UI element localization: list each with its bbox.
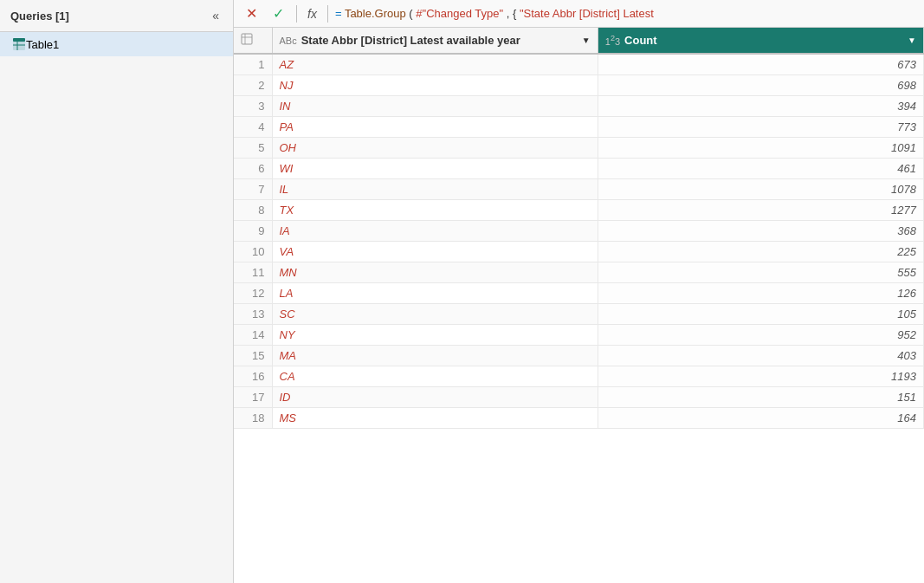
- state-cell: MS: [272, 408, 598, 429]
- row-number: 7: [234, 179, 272, 200]
- table-row: 1AZ673: [234, 54, 924, 75]
- state-cell: TX: [272, 200, 598, 221]
- state-cell: PA: [272, 117, 598, 138]
- row-number: 16: [234, 366, 272, 387]
- sidebar-header: Queries [1] «: [0, 0, 233, 32]
- state-col-label: State Abbr [District] Latest available y…: [301, 34, 520, 47]
- count-cell: 225: [598, 242, 923, 262]
- state-cell: LA: [272, 283, 598, 304]
- row-num-header: [234, 28, 272, 54]
- table-row: 14NY952: [234, 325, 924, 346]
- state-cell: VA: [272, 242, 598, 262]
- count-cell: 1078: [598, 179, 923, 200]
- table-row: 6WI461: [234, 159, 924, 179]
- row-number: 5: [234, 138, 272, 159]
- data-area: ABc State Abbr [District] Latest availab…: [234, 28, 924, 583]
- table-row: 8TX1277: [234, 200, 924, 221]
- count-cell: 368: [598, 221, 923, 242]
- state-cell: NJ: [272, 75, 598, 96]
- count-cell: 164: [598, 408, 923, 429]
- row-number: 18: [234, 408, 272, 429]
- state-cell: MA: [272, 346, 598, 366]
- cancel-button[interactable]: ✕: [241, 3, 262, 23]
- count-type-icon: 123: [605, 34, 620, 47]
- state-column-header: ABc State Abbr [District] Latest availab…: [272, 28, 598, 54]
- state-cell: IA: [272, 221, 598, 242]
- table-row: 2NJ698: [234, 75, 924, 96]
- formula-divider2: [327, 5, 328, 23]
- row-number: 8: [234, 200, 272, 221]
- count-cell: 555: [598, 262, 923, 283]
- sidebar-collapse-button[interactable]: «: [209, 7, 223, 24]
- count-cell: 394: [598, 96, 923, 117]
- table-row: 17ID151: [234, 387, 924, 408]
- formula-text[interactable]: = Table.Group ( #"Changed Type" , { "Sta…: [335, 7, 917, 20]
- table-row: 3IN394: [234, 96, 924, 117]
- table-row: 11MN555: [234, 262, 924, 283]
- table-row: 4PA773: [234, 117, 924, 138]
- table-row: 15MA403: [234, 346, 924, 366]
- count-cell: 698: [598, 75, 923, 96]
- count-cell: 403: [598, 346, 923, 366]
- table-row: 13SC105: [234, 304, 924, 325]
- count-cell: 105: [598, 304, 923, 325]
- sidebar-item-table1[interactable]: Table1: [0, 32, 233, 56]
- svg-rect-4: [242, 34, 252, 44]
- row-number: 2: [234, 75, 272, 96]
- formula-bar: ✕ ✓ fx = Table.Group ( #"Changed Type" ,…: [234, 0, 924, 28]
- row-number: 9: [234, 221, 272, 242]
- row-number: 17: [234, 387, 272, 408]
- table-row: 10VA225: [234, 242, 924, 262]
- count-cell: 1091: [598, 138, 923, 159]
- row-number: 3: [234, 96, 272, 117]
- table-row: 5OH1091: [234, 138, 924, 159]
- row-number: 6: [234, 159, 272, 179]
- state-cell: WI: [272, 159, 598, 179]
- count-cell: 773: [598, 117, 923, 138]
- row-number: 13: [234, 304, 272, 325]
- state-cell: IL: [272, 179, 598, 200]
- state-cell: CA: [272, 366, 598, 387]
- state-cell: MN: [272, 262, 598, 283]
- state-cell: NY: [272, 325, 598, 346]
- count-cell: 1277: [598, 200, 923, 221]
- state-type-icon: ABc: [280, 36, 297, 46]
- row-number: 15: [234, 346, 272, 366]
- count-cell: 1193: [598, 366, 923, 387]
- formula-divider: [296, 5, 297, 23]
- table-row: 7IL1078: [234, 179, 924, 200]
- row-number: 1: [234, 54, 272, 75]
- count-cell: 461: [598, 159, 923, 179]
- count-cell: 126: [598, 283, 923, 304]
- fx-label: fx: [304, 7, 320, 21]
- state-cell: IN: [272, 96, 598, 117]
- confirm-button[interactable]: ✓: [268, 3, 289, 23]
- table-icon: [12, 37, 26, 51]
- row-number: 12: [234, 283, 272, 304]
- svg-rect-1: [13, 38, 25, 42]
- table-row: 9IA368: [234, 221, 924, 242]
- data-table: ABc State Abbr [District] Latest availab…: [234, 28, 924, 429]
- count-cell: 952: [598, 325, 923, 346]
- table-row: 12LA126: [234, 283, 924, 304]
- sidebar-item-label: Table1: [26, 38, 59, 51]
- row-number: 11: [234, 262, 272, 283]
- table-row: 18MS164: [234, 408, 924, 429]
- row-number: 14: [234, 325, 272, 346]
- row-number: 4: [234, 117, 272, 138]
- table-row: 16CA1193: [234, 366, 924, 387]
- count-cell: 151: [598, 387, 923, 408]
- state-cell: SC: [272, 304, 598, 325]
- count-col-label: Count: [624, 34, 657, 47]
- count-col-dropdown[interactable]: ▼: [908, 36, 916, 45]
- state-cell: OH: [272, 138, 598, 159]
- state-cell: AZ: [272, 54, 598, 75]
- count-column-header: 123 Count ▼: [598, 28, 923, 54]
- main-content: ✕ ✓ fx = Table.Group ( #"Changed Type" ,…: [234, 0, 924, 583]
- state-cell: ID: [272, 387, 598, 408]
- state-col-dropdown[interactable]: ▼: [582, 36, 591, 45]
- sidebar-title: Queries [1]: [10, 10, 69, 23]
- row-number: 10: [234, 242, 272, 262]
- sidebar: Queries [1] « Table1: [0, 0, 234, 583]
- count-cell: 673: [598, 54, 923, 75]
